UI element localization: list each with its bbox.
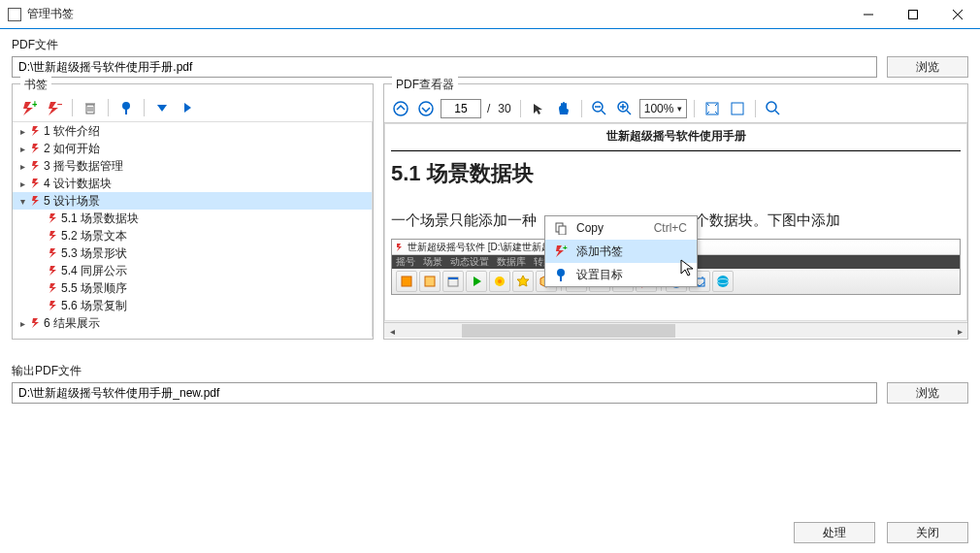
tree-item-label: 3 摇号数据管理 <box>44 158 123 175</box>
window-title: 管理书签 <box>27 6 846 22</box>
svg-point-23 <box>767 102 776 112</box>
pointer-tool-icon[interactable] <box>528 98 549 119</box>
svg-rect-26 <box>425 276 435 286</box>
viewer-legend: PDF查看器 <box>392 77 458 93</box>
svg-point-12 <box>394 102 408 115</box>
tree-item-label: 2 如何开始 <box>44 141 100 157</box>
svg-rect-22 <box>732 103 743 114</box>
bookmark-toolbar: + − <box>13 94 373 121</box>
expand-arrow-icon[interactable]: ▸ <box>16 318 28 329</box>
titlebar: 管理书签 <box>0 0 980 29</box>
bookmarks-legend: 书签 <box>20 77 51 93</box>
svg-rect-28 <box>448 277 458 279</box>
app-icon <box>8 8 21 21</box>
bookmark-flag-icon <box>46 265 61 276</box>
tree-item[interactable]: ▸2 如何开始 <box>13 140 372 157</box>
remove-bookmark-icon[interactable]: − <box>44 97 65 118</box>
tree-item[interactable]: 5.6 场景复制 <box>13 297 372 314</box>
expand-arrow-icon[interactable]: ▸ <box>16 179 28 189</box>
pdf-viewer-panel: PDF查看器 / 30 100%▾ 世新超级摇号软件使用手册 5.1 场景数据块 <box>383 83 968 340</box>
svg-rect-43 <box>559 226 566 235</box>
svg-point-13 <box>419 102 433 115</box>
svg-line-24 <box>775 111 779 114</box>
doc-header: 世新超级摇号软件使用手册 <box>391 128 961 151</box>
tree-item[interactable]: 5.4 同屏公示 <box>13 262 372 279</box>
bookmark-tree[interactable]: ▸1 软件介绍▸2 如何开始▸3 摇号数据管理▸4 设计数据块▾5 设计场景5.… <box>13 121 373 337</box>
tree-item[interactable]: 5.5 场景顺序 <box>13 279 372 297</box>
page-number-input[interactable] <box>441 99 481 118</box>
tree-item[interactable]: 5.1 场景数据块 <box>13 210 372 227</box>
viewer-toolbar: / 30 100%▾ <box>384 94 967 123</box>
svg-text:+: + <box>563 244 568 252</box>
svg-rect-25 <box>402 276 411 286</box>
add-bookmark-icon[interactable]: + <box>18 97 40 118</box>
expand-arrow-icon[interactable]: ▸ <box>16 144 28 154</box>
svg-line-20 <box>627 111 631 114</box>
svg-point-40 <box>717 276 729 287</box>
svg-rect-1 <box>909 10 918 18</box>
bookmark-flag-icon <box>28 317 44 329</box>
tree-item-label: 1 软件介绍 <box>44 123 100 140</box>
expand-arrow-icon[interactable]: ▸ <box>16 161 28 172</box>
tree-item[interactable]: 5.2 场景文本 <box>13 227 372 244</box>
tree-item-label: 5.3 场景形状 <box>61 245 127 262</box>
pdf-path-input[interactable] <box>12 56 877 78</box>
context-set-target[interactable]: 设置目标 <box>545 263 697 286</box>
tree-item[interactable]: ▸6 结果展示 <box>13 314 372 332</box>
svg-point-11 <box>122 102 130 110</box>
horizontal-scrollbar[interactable]: ◂▸ <box>384 322 967 338</box>
expand-arrow-icon[interactable]: ▸ <box>16 126 28 137</box>
zoom-select[interactable]: 100%▾ <box>639 99 688 118</box>
cursor-icon <box>680 259 696 278</box>
bookmark-flag-icon <box>46 282 61 294</box>
tree-item-label: 5.5 场景顺序 <box>61 280 127 297</box>
page-total: 30 <box>496 102 512 115</box>
pin-icon[interactable] <box>115 97 137 118</box>
tree-item-label: 5 设计场景 <box>44 193 100 210</box>
tree-item[interactable]: ▸3 摇号数据管理 <box>13 157 372 175</box>
process-button[interactable]: 处理 <box>794 522 875 543</box>
move-down-icon[interactable] <box>151 97 173 118</box>
copy-icon <box>553 221 569 235</box>
page-separator: / <box>485 102 492 115</box>
move-right-icon[interactable] <box>177 97 198 118</box>
fit-width-icon[interactable] <box>727 98 748 119</box>
tree-item[interactable]: 5.3 场景形状 <box>13 244 372 262</box>
zoom-in-icon[interactable] <box>614 98 636 119</box>
bookmark-flag-icon <box>46 230 61 242</box>
tree-item-label: 5.1 场景数据块 <box>61 211 139 227</box>
page-down-icon[interactable] <box>415 98 437 119</box>
expand-arrow-icon[interactable]: ▾ <box>16 196 28 207</box>
tree-item[interactable]: ▾5 设计场景 <box>13 192 372 210</box>
tree-item-label: 5.4 同屏公示 <box>61 263 127 279</box>
bookmark-flag-icon <box>46 247 61 259</box>
context-add-bookmark[interactable]: + 添加书签 <box>545 240 697 263</box>
tree-item[interactable]: ▸1 软件介绍 <box>13 122 372 140</box>
delete-icon[interactable] <box>80 97 101 118</box>
location-pin-icon <box>553 268 569 281</box>
context-copy[interactable]: Copy Ctrl+C <box>545 216 697 240</box>
bookmark-flag-icon <box>28 125 44 137</box>
close-button[interactable] <box>935 0 980 29</box>
minimize-button[interactable] <box>846 0 891 29</box>
zoom-out-icon[interactable] <box>589 98 610 119</box>
output-path-input[interactable] <box>12 382 877 404</box>
svg-point-45 <box>557 269 565 276</box>
tree-item-label: 5.2 场景文本 <box>61 228 127 244</box>
maximize-button[interactable] <box>891 0 935 29</box>
bookmarks-panel: 书签 + − ▸1 软件介绍▸2 如何开始▸3 摇号数据管理▸4 设计数据块▾5… <box>12 83 374 340</box>
tree-item[interactable]: ▸4 设计数据块 <box>13 175 372 192</box>
close-dialog-button[interactable]: 关闭 <box>887 522 968 543</box>
browse-output-button[interactable]: 浏览 <box>887 382 968 404</box>
browse-pdf-button[interactable]: 浏览 <box>887 56 968 78</box>
hand-tool-icon[interactable] <box>553 98 574 119</box>
page-up-icon[interactable] <box>390 98 411 119</box>
bookmark-flag-icon <box>28 143 44 154</box>
fit-page-icon[interactable] <box>702 98 723 119</box>
search-icon[interactable] <box>763 98 784 119</box>
bookmark-flag-icon <box>28 160 44 172</box>
svg-point-30 <box>498 279 502 283</box>
pdf-file-label: PDF文件 <box>12 37 980 53</box>
svg-line-16 <box>602 111 605 114</box>
context-menu: Copy Ctrl+C + 添加书签 设置目标 <box>544 215 698 287</box>
